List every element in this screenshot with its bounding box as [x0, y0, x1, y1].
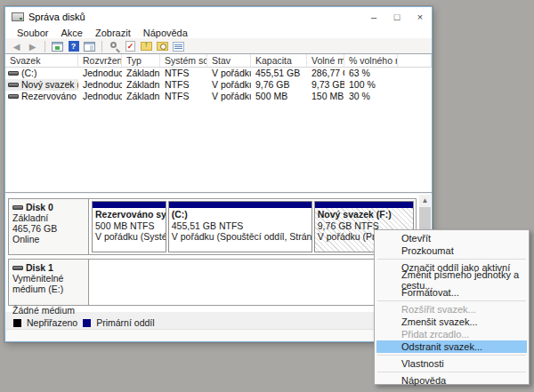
primary-partition-band — [315, 202, 413, 208]
partition-detail: 500 MB NTFS — [95, 220, 163, 232]
minimize-button[interactable]: – — [362, 7, 385, 27]
column-header-svazek[interactable]: Svazek — [5, 54, 78, 68]
disk-1-header[interactable]: Disk 1 Vyměnitelné médium (E:) Žádné méd… — [9, 260, 89, 305]
menu-item-prozkoumat[interactable]: Prozkoumat — [376, 244, 527, 257]
partition-context-menu: Otevřít Prozkoumat Označit oddíl jako ak… — [374, 229, 530, 385]
column-header-stav[interactable]: Stav — [207, 54, 251, 68]
properties-glyph — [173, 42, 184, 52]
volume-name: Rezervováno systé... — [21, 91, 78, 102]
graphical-view-pane: Disk 0 Základní 465,76 GB Online Rezervo… — [5, 194, 432, 312]
magnifier-glyph — [109, 41, 120, 52]
disk-type: Základní — [12, 212, 85, 223]
drive-icon — [8, 94, 19, 99]
cell-kapacita: 500 MB — [251, 91, 307, 102]
window-controls: – □ × — [362, 7, 432, 27]
column-header-volne[interactable]: Volné m... — [307, 54, 344, 68]
column-header-typ[interactable]: Typ — [122, 54, 160, 68]
check-glyph: ✓ — [125, 41, 135, 52]
forward-arrow-glyph: ▶ — [29, 42, 36, 52]
volume-list-pane: Svazek Rozvržení Typ Systém sou... Stav … — [5, 53, 432, 193]
menu-item-zmensit-svazek[interactable]: Zmenšit svazek... — [376, 316, 527, 328]
volume-row-system-reserved[interactable]: Rezervováno systé... Jednoduchý Základní… — [5, 91, 432, 102]
cell-system: NTFS — [160, 91, 207, 102]
column-header-system[interactable]: Systém sou... — [160, 54, 207, 68]
forward-icon[interactable]: ▶ — [26, 40, 39, 52]
disk-icon — [12, 266, 23, 270]
menu-item-zmenit-pismeno[interactable]: Změnit písmeno jednotky a cestu... — [376, 274, 527, 286]
check-document-icon[interactable]: ✓ — [124, 40, 137, 52]
menu-item-vlastnosti[interactable]: Vlastnosti — [376, 357, 527, 370]
folder-up-glyph — [141, 42, 152, 51]
menu-bar: Soubor Akce Zobrazit Nápověda — [5, 27, 432, 38]
partition-detail: 455,51 GB NTFS — [172, 220, 309, 232]
disk-name: Disk 0 — [26, 202, 53, 212]
menu-napoveda[interactable]: Nápověda — [137, 28, 194, 38]
cell-typ: Základní — [122, 79, 160, 91]
back-arrow-glyph: ◀ — [13, 42, 20, 52]
legend-unallocated-label: Nepřiřazeno — [27, 317, 77, 328]
menu-item-napoveda[interactable]: Nápověda — [376, 374, 527, 387]
back-icon[interactable]: ◀ — [10, 40, 23, 52]
volume-cell: Nový svazek (F:) — [5, 79, 78, 91]
disk-management-window: Správa disků – □ × Soubor Akce Zobrazit … — [4, 6, 433, 342]
disk-1-row: Disk 1 Vyměnitelné médium (E:) Žádné méd… — [8, 259, 417, 306]
disk-0-partitions: Rezervováno systém 500 MB NTFS V pořádku… — [90, 199, 416, 254]
volume-name: Nový svazek (F:) — [21, 79, 78, 91]
maximize-button[interactable]: □ — [385, 7, 409, 27]
help-glyph: ? — [69, 41, 79, 52]
disk-status: Žádné médium — [12, 305, 85, 316]
partition-status: V pořádku (Spouštěcí oddíl, Stránkovací … — [172, 231, 309, 243]
partition-c[interactable]: (C:) 455,51 GB NTFS V pořádku (Spouštěcí… — [168, 201, 312, 252]
partition-system-reserved[interactable]: Rezervováno systém 500 MB NTFS V pořádku… — [92, 201, 166, 252]
rescan-disks-icon[interactable] — [108, 40, 121, 52]
menu-item-otevrit[interactable]: Otevřít — [376, 232, 527, 244]
cell-stav: V pořádku... — [207, 68, 251, 79]
toolbar-separator — [101, 41, 102, 52]
close-button[interactable]: × — [409, 7, 432, 27]
title-bar[interactable]: Správa disků – □ × — [5, 7, 432, 27]
menu-separator — [377, 300, 526, 301]
disk-icon — [12, 205, 23, 210]
disk-0-row: Disk 0 Základní 465,76 GB Online Rezervo… — [8, 198, 417, 255]
menu-separator — [377, 372, 526, 372]
disk-1-no-media-area[interactable] — [90, 260, 416, 305]
scroll-up-icon[interactable]: ▲ — [419, 195, 431, 206]
help-icon[interactable]: ? — [67, 40, 80, 52]
partition-label: Rezervováno systém — [95, 209, 163, 220]
partition-legend: Nepřiřazeno Primární oddíl — [13, 317, 155, 328]
cell-volne: 286,77 GB — [307, 68, 344, 79]
volume-cell: Rezervováno systé... — [5, 91, 78, 102]
disk-0-header[interactable]: Disk 0 Základní 465,76 GB Online — [9, 199, 89, 254]
folder-search-icon[interactable] — [156, 40, 169, 52]
column-header-kapacita[interactable]: Kapacita — [251, 54, 307, 68]
disk-type: Vyměnitelné médium (E:) — [12, 273, 85, 294]
action-pane-glyph — [84, 42, 95, 52]
menu-item-odstranit-svazek[interactable]: Odstranit svazek... — [376, 340, 527, 353]
partition-label: Nový svazek (F:) — [318, 209, 410, 220]
cell-rozvrzeni: Jednoduchý — [78, 79, 122, 91]
disk-name: Disk 1 — [26, 262, 53, 273]
volume-row-f-selected[interactable]: Nový svazek (F:) Jednoduchý Základní NTF… — [5, 79, 432, 91]
properties-icon[interactable] — [172, 40, 185, 52]
cell-procento: 63 % — [344, 68, 398, 79]
desktop-background: Správa disků – □ × Soubor Akce Zobrazit … — [0, 0, 534, 392]
cell-typ: Základní — [122, 91, 160, 102]
cell-system: NTFS — [160, 68, 207, 79]
menu-soubor[interactable]: Soubor — [11, 28, 54, 38]
primary-partition-band — [93, 202, 166, 208]
folder-up-icon[interactable] — [140, 40, 153, 52]
toolbar-separator — [44, 41, 45, 52]
cell-kapacita: 455,51 GB — [251, 68, 307, 79]
column-header-rozvrzeni[interactable]: Rozvržení — [78, 54, 122, 68]
disk-status: Online — [12, 234, 85, 244]
menu-zobrazit[interactable]: Zobrazit — [89, 28, 137, 38]
partition-status: V pořádku (Systém, Aktivní, Primární odd… — [95, 231, 163, 243]
disk-size: 465,76 GB — [12, 223, 85, 234]
volume-row-c[interactable]: (C:) Jednoduchý Základní NTFS V pořádku.… — [5, 68, 432, 79]
column-header-procento[interactable]: % volného m... — [344, 54, 398, 68]
show-console-tree-icon[interactable] — [51, 40, 64, 52]
partition-label: (C:) — [172, 209, 309, 220]
menu-akce[interactable]: Akce — [54, 28, 88, 38]
legend-primary-label: Primární oddíl — [96, 317, 154, 328]
show-action-pane-icon[interactable] — [83, 40, 96, 52]
